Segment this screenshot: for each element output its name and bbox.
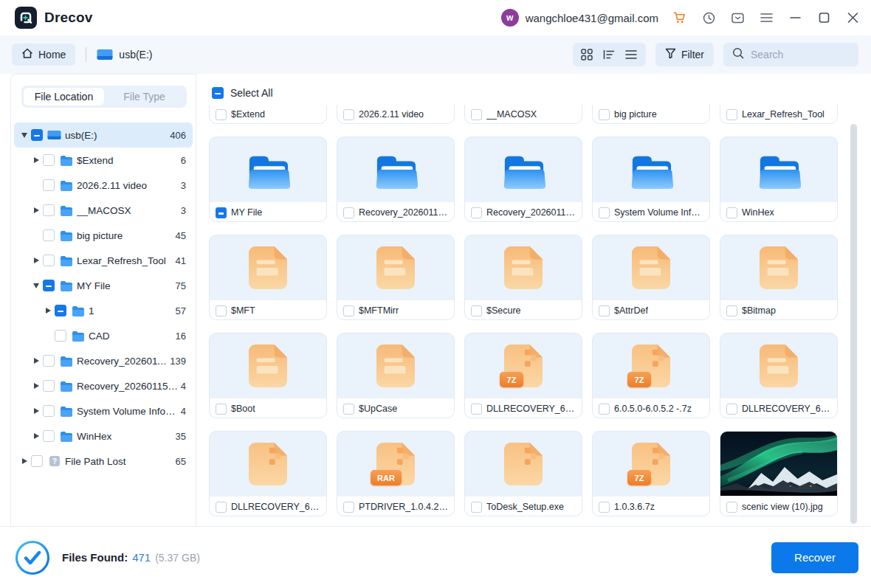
tree-item-big-picture[interactable]: big picture45 (14, 223, 193, 248)
file-card-6-0-5-0-6-0-5-2-7z[interactable]: 7Z6.0.5.0-6.0.5.2 -.7z (592, 333, 710, 418)
tree-item-lexar-refresh-tool[interactable]: Lexar_Refresh_Tool41 (14, 248, 193, 273)
card-checkbox[interactable] (343, 404, 354, 415)
card-checkbox[interactable] (343, 502, 354, 513)
card-checkbox[interactable] (343, 109, 354, 120)
card-checkbox[interactable] (726, 207, 737, 218)
file-card-dllrecovery-6-0-5[interactable]: 7ZDLLRECOVERY_6.0.5... (464, 333, 582, 418)
sort-view-icon[interactable] (603, 49, 616, 61)
tree-item-macosx[interactable]: __MACOSX3 (14, 198, 193, 223)
card-checkbox[interactable] (471, 502, 482, 513)
file-card-big-picture[interactable]: big picture (592, 105, 710, 124)
tree-item-recovery-20260115-14[interactable]: Recovery_20260115_14...4 (14, 373, 193, 398)
file-card-winhex[interactable]: WinHex (720, 136, 838, 222)
file-card-upcase[interactable]: $UpCase (337, 333, 455, 418)
tree-item-file-path-lost[interactable]: ?File Path Lost65 (14, 449, 193, 474)
file-card-my-file[interactable]: MY File (209, 136, 327, 222)
file-card-ptdriver-1-0-4-2-m[interactable]: RARPTDRIVER_1.0.4.2_M... (337, 431, 455, 516)
tree-item-1[interactable]: 157 (14, 298, 193, 323)
cart-icon[interactable] (673, 11, 686, 24)
file-card-bitmap[interactable]: $Bitmap (720, 235, 838, 320)
file-card-scenic-view-10-jpg[interactable]: scenic view (10).jpg (720, 431, 838, 516)
account-email[interactable]: wangchloe431@gmail.com (526, 12, 658, 24)
list-view-icon[interactable] (625, 49, 638, 61)
file-card-extend[interactable]: $Extend (209, 105, 327, 124)
card-checkbox[interactable] (343, 207, 354, 218)
chevron-right-icon[interactable] (44, 308, 52, 314)
tree-item-cad[interactable]: CAD16 (14, 323, 193, 348)
file-card-recovery-20260115[interactable]: Recovery_20260115... (464, 136, 582, 222)
card-checkbox[interactable] (216, 207, 227, 218)
tree-checkbox[interactable] (55, 330, 66, 342)
maximize-button[interactable] (817, 11, 830, 24)
tree-checkbox[interactable] (43, 430, 55, 442)
home-button[interactable]: Home (12, 44, 75, 66)
card-checkbox[interactable] (599, 109, 610, 120)
file-card-secure[interactable]: $Secure (464, 235, 582, 320)
chevron-right-icon[interactable] (32, 383, 41, 389)
avatar[interactable]: w (501, 9, 519, 27)
message-icon[interactable] (731, 11, 744, 24)
grid-view-icon[interactable] (581, 49, 593, 61)
tree-checkbox[interactable] (43, 280, 55, 291)
file-card-dllrecovery-6-0-4[interactable]: DLLRECOVERY_6.0.4... (720, 333, 838, 418)
recover-button[interactable]: Recover (771, 542, 858, 573)
chevron-right-icon[interactable] (32, 257, 41, 263)
tree-checkbox[interactable] (43, 355, 55, 367)
chevron-right-icon[interactable] (32, 207, 41, 213)
close-button[interactable] (846, 11, 859, 24)
tree-checkbox[interactable] (43, 405, 55, 417)
chevron-right-icon[interactable] (20, 458, 29, 464)
tree-item-my-file[interactable]: MY File75 (14, 273, 193, 298)
tree-item-system-volume-informa[interactable]: System Volume Informa...4 (14, 398, 193, 423)
tree-checkbox[interactable] (31, 129, 43, 141)
chevron-down-icon[interactable] (32, 283, 41, 288)
card-checkbox[interactable] (471, 305, 482, 317)
file-card-mftmirr[interactable]: $MFTMirr (337, 235, 455, 320)
card-checkbox[interactable] (343, 305, 354, 317)
menu-icon[interactable] (760, 11, 773, 24)
file-card-macosx[interactable]: __MACOSX (464, 105, 582, 124)
chevron-right-icon[interactable] (32, 358, 41, 364)
card-checkbox[interactable] (216, 305, 227, 317)
file-card-attrdef[interactable]: $AttrDef (592, 235, 710, 320)
tree-item-recovery-20260115[interactable]: Recovery_20260115_...139 (14, 348, 193, 373)
card-checkbox[interactable] (726, 305, 737, 317)
file-card-mft[interactable]: $MFT (209, 235, 327, 320)
card-checkbox[interactable] (599, 305, 610, 317)
tree-item-winhex[interactable]: WinHex35 (14, 423, 193, 449)
card-checkbox[interactable] (599, 502, 610, 513)
history-icon[interactable] (702, 11, 715, 24)
file-card-dllrecovery-6-0-4[interactable]: DLLRECOVERY_6.0.4... (209, 431, 327, 516)
card-checkbox[interactable] (599, 404, 610, 415)
filter-button[interactable]: Filter (655, 43, 714, 66)
file-card-todesk-setup-exe[interactable]: ToDesk_Setup.exe (464, 431, 582, 516)
chevron-right-icon[interactable] (32, 157, 41, 163)
scrollbar-thumb[interactable] (850, 124, 857, 524)
card-checkbox[interactable] (216, 109, 227, 120)
tree-checkbox[interactable] (43, 229, 55, 241)
chevron-down-icon[interactable] (20, 133, 29, 138)
card-checkbox[interactable] (471, 109, 482, 120)
card-checkbox[interactable] (599, 207, 610, 218)
tab-file-location[interactable]: File Location (24, 88, 104, 106)
tree-item-extend[interactable]: $Extend6 (14, 148, 193, 173)
current-location[interactable]: usb(E:) (97, 48, 152, 61)
chevron-right-icon[interactable] (32, 433, 41, 439)
file-card-boot[interactable]: $Boot (209, 333, 327, 418)
card-checkbox[interactable] (216, 404, 227, 415)
card-checkbox[interactable] (726, 404, 737, 415)
file-card-system-volume-info[interactable]: System Volume Info... (592, 136, 710, 222)
file-card-2026-2-11-video[interactable]: 2026.2.11 video (337, 105, 455, 124)
file-card-recovery-20260115[interactable]: Recovery_20260115... (337, 136, 455, 222)
tree-checkbox[interactable] (43, 255, 55, 266)
minimize-button[interactable] (788, 11, 802, 24)
card-checkbox[interactable] (726, 109, 737, 120)
card-checkbox[interactable] (216, 502, 227, 513)
chevron-right-icon[interactable] (32, 408, 41, 414)
tree-checkbox[interactable] (43, 179, 55, 191)
tree-item-usb-e[interactable]: usb(E:)406 (14, 122, 193, 148)
file-card-lexar-refresh-tool[interactable]: Lexar_Refresh_Tool (720, 105, 838, 124)
tree-checkbox[interactable] (43, 204, 55, 216)
tree-checkbox[interactable] (55, 305, 66, 317)
search-input[interactable]: Search (723, 43, 858, 66)
